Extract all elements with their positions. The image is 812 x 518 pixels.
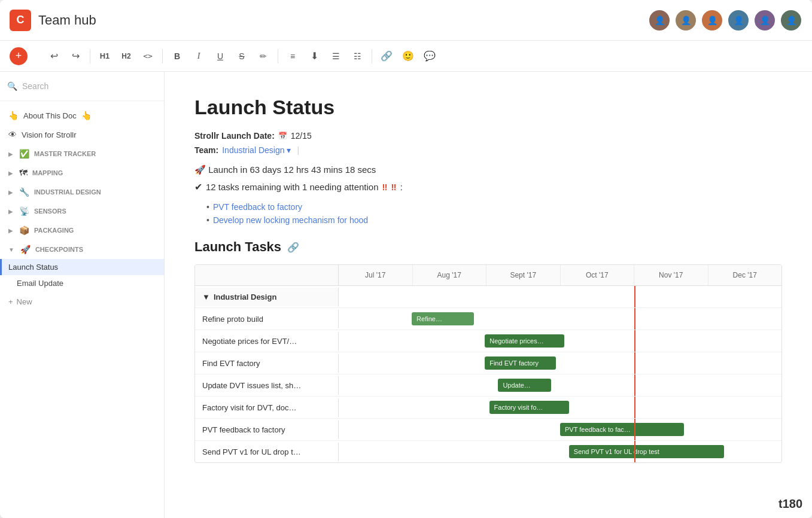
task-name: Send PVT v1 for UL drop t… <box>195 443 339 461</box>
gantt-bar: Negotiate prices… <box>485 334 564 348</box>
sidebar-item-launch-status[interactable]: Launch Status <box>0 259 164 275</box>
content-area: Launch Status Strollr Launch Date: 📅 12/… <box>165 72 812 518</box>
table-row: Update DVT issues list, sh… Update… <box>195 374 781 397</box>
gantt-bar: PVT feedback to fac… <box>560 423 684 436</box>
sidebar-item-master-tracker[interactable]: ▶ ✅ MASTER TRACKER <box>0 144 164 163</box>
gantt-tasks-column-header <box>195 265 339 285</box>
sidebar-item-email-update[interactable]: Email Update <box>0 275 164 291</box>
chevron-right-icon: ▶ <box>8 208 13 215</box>
avatar[interactable]: 👤 <box>674 9 697 32</box>
gantt-timeline-row: Factory visit fo… <box>339 397 781 418</box>
sidebar-item-industrial-design[interactable]: ▶ 🔧 INDUSTRIAL DESIGN <box>0 182 164 202</box>
sidebar-item-label: Email Update <box>17 279 63 288</box>
gantt-bar: Update… <box>498 379 551 392</box>
gantt-timeline-row: Send PVT v1 for UL drop test <box>339 441 781 462</box>
team-value: Industrial Design <box>222 145 284 155</box>
sidebar-item-sensors[interactable]: ▶ 📡 SENSORS <box>0 202 164 221</box>
about-emoji: 👆 <box>8 111 19 120</box>
list-button[interactable]: ☰ <box>326 47 345 66</box>
packaging-emoji: 📦 <box>19 226 29 235</box>
app-logo: C <box>10 10 31 31</box>
document-title: Launch Status <box>194 96 782 119</box>
gantt-bar: Factory visit fo… <box>489 401 569 414</box>
redo-button[interactable]: ↪ <box>66 47 85 66</box>
table-row: Negotiate prices for EVT/… Negotiate pri… <box>195 330 781 352</box>
sidebar-item-checkpoints[interactable]: ▼ 🚀 CHECKPOINTS <box>0 240 164 259</box>
avatar[interactable]: 👤 <box>648 9 671 32</box>
underline-button[interactable]: U <box>211 47 230 66</box>
app-title: Team hub <box>38 13 648 28</box>
industrial-emoji: 🔧 <box>19 187 29 197</box>
add-button[interactable]: + <box>10 47 28 65</box>
today-line <box>634 286 635 307</box>
launch-date-label: Strollr Launch Date: <box>194 131 275 141</box>
plus-icon: + <box>8 297 13 306</box>
checkpoints-emoji: 🚀 <box>20 245 31 254</box>
sidebar-item-label: PACKAGING <box>34 227 74 234</box>
team-link[interactable]: Industrial Design ▾ <box>222 145 291 155</box>
alert-icon-2: ‼ <box>391 182 397 192</box>
sensors-emoji: 📡 <box>19 206 29 216</box>
sidebar-item-packaging[interactable]: ▶ 📦 PACKAGING <box>0 221 164 240</box>
strikethrough-button[interactable]: S <box>232 47 251 66</box>
align-button[interactable]: ≡ <box>283 47 302 66</box>
h1-button[interactable]: H1 <box>95 47 114 66</box>
gantt-timeline-row: Find EVT factory <box>339 352 781 374</box>
link-button[interactable]: 🔗 <box>377 47 396 66</box>
italic-button[interactable]: I <box>189 47 208 66</box>
gantt-month-nov: Nov '17 <box>634 265 708 285</box>
tasks-text: 12 tasks remaining with 1 needing attent… <box>206 182 379 192</box>
sidebar-item-label: SENSORS <box>34 208 66 215</box>
bullet-dot: • <box>206 202 209 212</box>
gantt-bar: Find EVT factory <box>485 356 555 370</box>
avatar[interactable]: 👤 <box>780 9 802 32</box>
chevron-right-icon: ▶ <box>8 227 13 234</box>
undo-button[interactable]: ↩ <box>44 47 63 66</box>
highlight-button[interactable]: ✏ <box>254 47 273 66</box>
gantt-timeline-header: Jul '17 Aug '17 Sept '17 Oct '17 Nov '17… <box>339 265 781 285</box>
sidebar: 🔍 Search 👆 About This Doc 👆 👁 Vision for… <box>0 72 165 518</box>
sidebar-item-label: About This Doc <box>23 111 77 120</box>
gantt-month-jul: Jul '17 <box>339 265 413 285</box>
indent-button[interactable]: ⬇ <box>305 47 324 66</box>
pvt-link[interactable]: PVT feedback to factory <box>213 202 302 212</box>
document-meta: Strollr Launch Date: 📅 12/15 Team: Indus… <box>194 131 782 155</box>
chevron-right-icon: ▶ <box>8 170 13 176</box>
gantt-month-sept: Sept '17 <box>486 265 561 285</box>
comment-button[interactable]: 💬 <box>420 47 439 66</box>
bullet-link-2: • Develop new locking mechanism for hood <box>206 215 782 225</box>
h2-button[interactable]: H2 <box>117 47 136 66</box>
gantt-month-dec: Dec '17 <box>708 265 782 285</box>
new-item-button[interactable]: + New <box>0 291 164 312</box>
tracker-emoji: ✅ <box>19 149 29 159</box>
sidebar-item-mapping[interactable]: ▶ 🗺 MAPPING <box>0 163 164 182</box>
avatar[interactable]: 👤 <box>701 9 723 32</box>
task-name: Factory visit for DVT, doc… <box>195 398 339 417</box>
avatar[interactable]: 👤 <box>727 9 750 32</box>
emoji-button[interactable]: 🙂 <box>399 47 418 66</box>
team-label: Team: <box>194 145 218 155</box>
ordered-list-button[interactable]: ☷ <box>348 47 367 66</box>
avatar-group: 👤 👤 👤 👤 👤 👤 <box>648 9 802 32</box>
code-button[interactable]: <> <box>138 47 157 66</box>
chevron-down-icon: ▼ <box>8 246 14 253</box>
sidebar-item-about-doc[interactable]: 👆 About This Doc 👆 <box>0 106 164 125</box>
section-link-icon[interactable]: 🔗 <box>287 242 299 253</box>
bold-button[interactable]: B <box>168 47 187 66</box>
calendar-icon: 📅 <box>278 132 287 140</box>
task-name: Find EVT factory <box>195 354 339 373</box>
vision-emoji: 👁 <box>8 130 17 139</box>
sidebar-item-vision[interactable]: 👁 Vision for Strollr <box>0 125 164 144</box>
sidebar-item-label: INDUSTRIAL DESIGN <box>34 188 101 196</box>
search-icon: 🔍 <box>7 81 17 91</box>
avatar[interactable]: 👤 <box>753 9 776 32</box>
table-row: Refine proto build Refine… <box>195 308 781 330</box>
section-title: Launch Tasks 🔗 <box>194 239 782 255</box>
launch-date-row: Strollr Launch Date: 📅 12/15 <box>194 131 782 141</box>
countdown-text: 🚀 Launch in 63 days 12 hrs 43 mins 18 se… <box>194 164 376 175</box>
search-bar[interactable]: 🔍 Search <box>0 72 164 101</box>
tasks-line: ✔ 12 tasks remaining with 1 needing atte… <box>194 181 782 193</box>
locking-link[interactable]: Develop new locking mechanism for hood <box>213 215 368 225</box>
collapse-icon[interactable]: ▼ <box>202 292 210 301</box>
chevron-right-icon: ▶ <box>8 151 13 157</box>
